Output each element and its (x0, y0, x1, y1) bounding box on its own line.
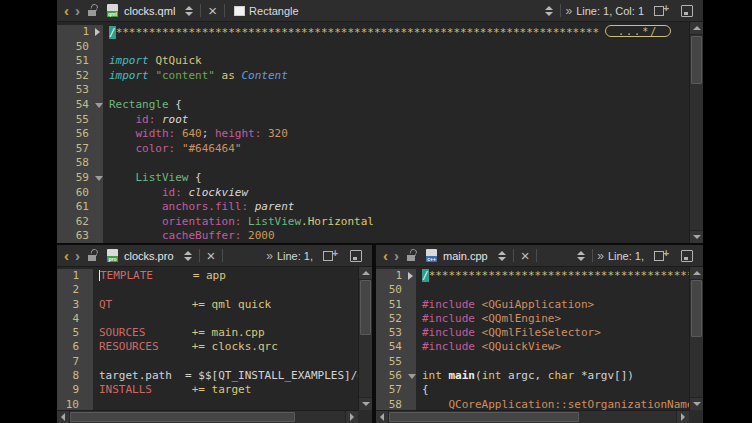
code-line[interactable]: 51#include <QGuiApplication> (376, 298, 689, 312)
close-split-button[interactable] (344, 246, 368, 266)
code-text[interactable]: width: 640; height: 320 (103, 127, 689, 142)
scroll-left-button[interactable] (376, 411, 389, 423)
line-number[interactable]: 5 (57, 326, 83, 340)
line-number[interactable]: 51 (57, 54, 93, 69)
code-line[interactable]: 2 (57, 283, 358, 297)
code-line[interactable]: 4 (57, 312, 358, 326)
code-line[interactable]: 3QT += qml quick (57, 298, 358, 312)
code-text[interactable] (93, 283, 358, 297)
code-text[interactable] (416, 283, 689, 297)
collapsed-comment-badge[interactable]: ...*/ (605, 25, 671, 37)
line-number[interactable]: 57 (376, 383, 406, 397)
line-number[interactable]: 8 (57, 369, 83, 383)
scroll-up-button[interactable] (359, 267, 372, 280)
code-text[interactable]: QCoreApplication::setOrganizationName (416, 398, 689, 410)
code-text[interactable] (93, 312, 358, 326)
line-number[interactable]: 9 (57, 383, 83, 397)
forward-button[interactable]: › (72, 246, 83, 266)
line-number[interactable]: 50 (376, 283, 406, 297)
code-line[interactable]: 52import "content" as Content (57, 69, 689, 84)
fold-marker[interactable] (406, 269, 416, 283)
fold-marker[interactable] (93, 98, 103, 113)
code-text[interactable]: target.path = $$[QT_INSTALL_EXAMPLES]/de… (93, 369, 358, 383)
scroll-down-button[interactable] (359, 397, 372, 410)
scroll-left-button[interactable] (57, 411, 70, 423)
code-text[interactable]: SOURCES += main.cpp (93, 326, 358, 340)
back-button[interactable]: ‹ (61, 246, 72, 266)
code-line[interactable]: 8target.path = $$[QT_INSTALL_EXAMPLES]/d… (57, 369, 358, 383)
code-text[interactable]: /***************************************… (416, 269, 689, 283)
code-line[interactable]: 51import QtQuick (57, 54, 689, 69)
line-number[interactable]: 52 (376, 312, 406, 326)
line-number[interactable]: 51 (376, 298, 406, 312)
code-line[interactable]: 60 id: clockview (57, 186, 689, 201)
line-number[interactable]: 60 (57, 186, 93, 201)
code-text[interactable]: #include <QQuickView> (416, 340, 689, 354)
code-line[interactable]: 53#include <QQmlFileSelector> (376, 326, 689, 340)
code-line[interactable]: 1/**************************************… (376, 269, 689, 283)
scrollbar-thumb[interactable] (70, 412, 295, 422)
cpp-code-area[interactable]: 1/**************************************… (376, 267, 689, 410)
line-number[interactable]: 62 (57, 215, 93, 230)
code-text[interactable]: RESOURCES += clocks.qrc (93, 340, 358, 354)
code-line[interactable]: 56 width: 640; height: 320 (57, 127, 689, 142)
code-line[interactable]: 61 anchors.fill: parent (57, 200, 689, 215)
back-button[interactable]: ‹ (61, 1, 72, 21)
code-line[interactable]: 7 (57, 355, 358, 369)
line-number[interactable]: 55 (376, 355, 406, 369)
code-line[interactable]: 9INSTALLS += target (57, 383, 358, 397)
code-line[interactable]: 6RESOURCES += clocks.qrc (57, 340, 358, 354)
split-button[interactable]: + (317, 246, 344, 266)
code-text[interactable] (103, 40, 689, 55)
code-text[interactable] (93, 355, 358, 369)
qml-vertical-scrollbar[interactable] (689, 22, 703, 243)
scroll-down-button[interactable] (690, 230, 703, 243)
line-number[interactable]: 1 (57, 25, 93, 40)
code-line[interactable]: 53 (57, 83, 689, 98)
symbol-dropdown-arrows[interactable] (574, 246, 588, 266)
cpp-code-editor[interactable]: 1/**************************************… (376, 267, 703, 423)
split-button[interactable]: + (648, 1, 675, 21)
code-text[interactable]: TEMPLATE = app (93, 269, 358, 283)
line-number[interactable]: 61 (57, 200, 93, 215)
fold-marker[interactable] (406, 369, 416, 383)
code-line[interactable]: 57 color: "#646464" (57, 142, 689, 157)
line-number[interactable]: 52 (57, 69, 93, 84)
open-document-dropdown[interactable]: qml clocks.qml (102, 1, 182, 21)
cpp-vertical-scrollbar[interactable] (689, 267, 703, 410)
pro-code-area[interactable]: 1TEMPLATE = app23QT += qml quick45SOURCE… (57, 267, 358, 410)
open-document-dropdown[interactable]: pro clocks.pro (102, 246, 181, 266)
code-text[interactable]: id: clockview (103, 186, 689, 201)
qml-code-area[interactable]: 1/**************************************… (57, 22, 689, 243)
code-text[interactable]: color: "#646464" (103, 142, 689, 157)
symbol-dropdown-arrows[interactable] (542, 1, 556, 21)
open-document-dropdown[interactable]: c++ main.cpp (421, 246, 495, 266)
code-text[interactable]: orientation: ListView.Horizontal (103, 215, 689, 230)
line-number[interactable]: 54 (376, 340, 406, 354)
scrollbar-thumb[interactable] (360, 280, 371, 335)
code-line[interactable]: 59 ListView { (57, 171, 689, 186)
line-number[interactable]: 7 (57, 355, 83, 369)
back-button[interactable]: ‹ (380, 246, 391, 266)
lock-toggle[interactable] (83, 1, 102, 21)
code-text[interactable]: #include <QQmlFileSelector> (416, 326, 689, 340)
code-line[interactable]: 54#include <QQuickView> (376, 340, 689, 354)
pro-code-editor[interactable]: 1TEMPLATE = app23QT += qml quick45SOURCE… (57, 267, 372, 423)
code-text[interactable]: INSTALLS += target (93, 383, 358, 397)
code-line[interactable]: 58 (57, 156, 689, 171)
code-text[interactable]: QT += qml quick (93, 298, 358, 312)
scrollbar-thumb[interactable] (691, 280, 702, 337)
split-button[interactable]: + (648, 246, 675, 266)
close-document-button[interactable]: × (205, 1, 220, 21)
forward-button[interactable]: › (72, 1, 83, 21)
scrollbar-thumb[interactable] (691, 36, 702, 84)
lock-toggle[interactable] (402, 246, 421, 266)
pro-horizontal-scrollbar[interactable] (57, 410, 358, 423)
line-number[interactable]: 3 (57, 298, 83, 312)
scroll-up-button[interactable] (690, 267, 703, 280)
line-number[interactable]: 58 (57, 156, 93, 171)
close-split-button[interactable] (675, 246, 699, 266)
fold-marker[interactable] (93, 25, 103, 40)
code-line[interactable]: 62 orientation: ListView.Horizontal (57, 215, 689, 230)
code-text[interactable]: anchors.fill: parent (103, 200, 689, 215)
